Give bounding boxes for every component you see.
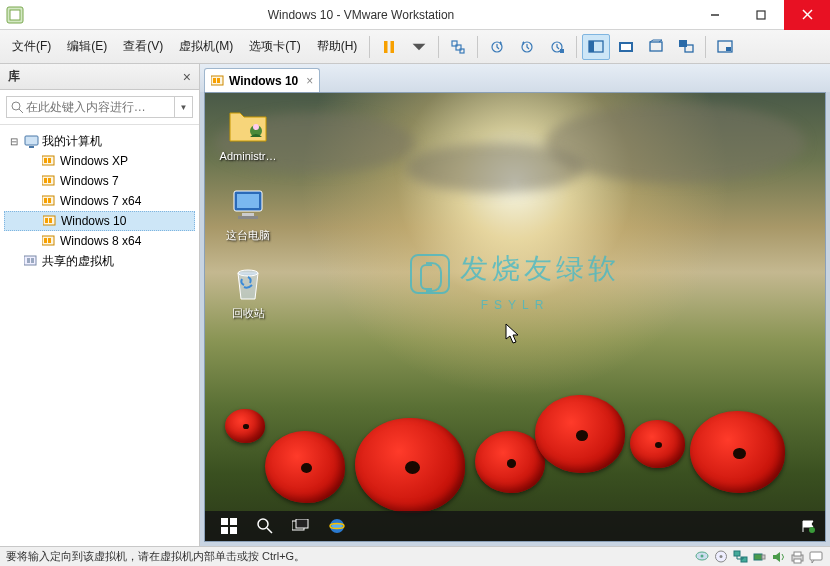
maximize-button[interactable] bbox=[738, 0, 784, 30]
svg-rect-59 bbox=[230, 527, 237, 534]
icon-label: 回收站 bbox=[232, 307, 265, 319]
folder-user-icon bbox=[228, 107, 268, 147]
guest-taskbar[interactable] bbox=[205, 511, 825, 541]
vm-icon bbox=[211, 75, 225, 87]
menu-tabs[interactable]: 选项卡(T) bbox=[241, 34, 308, 59]
view-unity-button[interactable] bbox=[642, 34, 670, 60]
svg-rect-73 bbox=[754, 554, 762, 560]
window-title: Windows 10 - VMware Workstation bbox=[30, 8, 692, 22]
computer-icon bbox=[23, 133, 39, 149]
svg-rect-58 bbox=[221, 527, 228, 534]
vm-display[interactable]: Administr… 这台电脑 回收站 发烧友绿软 FSYLR bbox=[204, 92, 826, 542]
svg-rect-54 bbox=[238, 216, 258, 219]
start-button[interactable] bbox=[211, 511, 247, 541]
minimize-button[interactable] bbox=[692, 0, 738, 30]
guest-desktop[interactable]: Administr… 这台电脑 回收站 发烧友绿软 FSYLR bbox=[205, 93, 825, 541]
library-search-dropdown[interactable]: ▼ bbox=[175, 96, 193, 118]
svg-rect-41 bbox=[44, 238, 47, 243]
svg-rect-33 bbox=[48, 178, 51, 183]
library-search-input[interactable] bbox=[26, 100, 170, 114]
tree-my-computer[interactable]: ⊟ 我的计算机 bbox=[4, 131, 195, 151]
icon-label: Administr… bbox=[220, 150, 277, 162]
watermark: 发烧友绿软 FSYLR bbox=[410, 250, 620, 312]
svg-rect-32 bbox=[44, 178, 47, 183]
svg-rect-3 bbox=[757, 11, 765, 19]
network-icon[interactable] bbox=[732, 549, 748, 565]
svg-rect-18 bbox=[621, 44, 631, 50]
snapshot-revert-button[interactable] bbox=[513, 34, 541, 60]
library-title: 库 bbox=[8, 68, 20, 85]
svg-rect-23 bbox=[726, 47, 731, 51]
svg-point-70 bbox=[719, 555, 722, 558]
svg-point-60 bbox=[258, 519, 268, 529]
tree-label: Windows XP bbox=[60, 154, 128, 168]
vm-icon bbox=[41, 233, 57, 249]
vm-tabs: Windows 10 × bbox=[200, 64, 830, 92]
svg-rect-1 bbox=[10, 10, 20, 20]
library-close-button[interactable]: × bbox=[183, 69, 191, 85]
cdrom-icon[interactable] bbox=[713, 549, 729, 565]
recycle-bin-icon bbox=[228, 263, 268, 303]
snapshot-button[interactable] bbox=[444, 34, 472, 60]
tree-vm[interactable]: Windows 7 bbox=[4, 171, 195, 191]
tree-shared-vms[interactable]: 共享的虚拟机 bbox=[4, 251, 195, 271]
library-header: 库 × bbox=[0, 64, 199, 90]
snapshot-manager-button[interactable] bbox=[543, 34, 571, 60]
view-thumbnail-button[interactable] bbox=[711, 34, 739, 60]
svg-rect-27 bbox=[29, 146, 34, 148]
tab-close-button[interactable]: × bbox=[306, 74, 313, 88]
message-icon[interactable] bbox=[808, 549, 824, 565]
printer-icon[interactable] bbox=[789, 549, 805, 565]
sound-icon[interactable] bbox=[770, 549, 786, 565]
svg-rect-76 bbox=[794, 552, 801, 556]
desktop-icon-admin[interactable]: Administr… bbox=[213, 107, 283, 162]
pause-button[interactable] bbox=[375, 34, 403, 60]
taskview-button[interactable] bbox=[283, 511, 319, 541]
desktop-icon-thispc[interactable]: 这台电脑 bbox=[213, 185, 283, 243]
menu-file[interactable]: 文件(F) bbox=[4, 34, 59, 59]
disk-icon[interactable] bbox=[694, 549, 710, 565]
vm-tab[interactable]: Windows 10 × bbox=[204, 68, 320, 92]
snapshot-take-button[interactable] bbox=[483, 34, 511, 60]
svg-point-66 bbox=[809, 527, 815, 533]
ie-button[interactable] bbox=[319, 511, 355, 541]
view-console-button[interactable] bbox=[582, 34, 610, 60]
tree-label: Windows 10 bbox=[61, 214, 126, 228]
menu-edit[interactable]: 编辑(E) bbox=[59, 34, 115, 59]
menu-vm[interactable]: 虚拟机(M) bbox=[171, 34, 241, 59]
power-dropdown[interactable] bbox=[405, 34, 433, 60]
svg-point-50 bbox=[253, 124, 259, 130]
usb-icon[interactable] bbox=[751, 549, 767, 565]
svg-rect-30 bbox=[48, 158, 51, 163]
menu-view[interactable]: 查看(V) bbox=[115, 34, 171, 59]
vm-icon bbox=[41, 193, 57, 209]
tree-vm[interactable]: Windows 8 x64 bbox=[4, 231, 195, 251]
close-button[interactable] bbox=[784, 0, 830, 30]
svg-rect-44 bbox=[27, 258, 30, 263]
statusbar: 要将输入定向到该虚拟机，请在虚拟机内部单击或按 Ctrl+G。 bbox=[0, 546, 830, 566]
vm-area: Windows 10 × bbox=[200, 64, 830, 546]
status-message: 要将输入定向到该虚拟机，请在虚拟机内部单击或按 Ctrl+G。 bbox=[6, 549, 305, 564]
window-titlebar: Windows 10 - VMware Workstation bbox=[0, 0, 830, 30]
svg-rect-42 bbox=[48, 238, 51, 243]
tree-vm[interactable]: Windows 7 x64 bbox=[4, 191, 195, 211]
tray-flag-icon[interactable] bbox=[801, 519, 815, 533]
collapse-icon[interactable]: ⊟ bbox=[8, 136, 20, 147]
view-multiple-button[interactable] bbox=[672, 34, 700, 60]
svg-rect-39 bbox=[49, 218, 52, 223]
view-fullscreen-button[interactable] bbox=[612, 34, 640, 60]
svg-rect-38 bbox=[45, 218, 48, 223]
tree-vm-selected[interactable]: Windows 10 bbox=[4, 211, 195, 231]
svg-rect-71 bbox=[734, 551, 740, 556]
desktop-icon-recycle[interactable]: 回收站 bbox=[213, 263, 283, 321]
library-search[interactable] bbox=[6, 96, 175, 118]
taskbar-search-button[interactable] bbox=[247, 511, 283, 541]
svg-rect-26 bbox=[25, 136, 38, 145]
menubar: 文件(F) 编辑(E) 查看(V) 虚拟机(M) 选项卡(T) 帮助(H) bbox=[0, 30, 830, 64]
svg-rect-47 bbox=[213, 78, 216, 83]
search-icon bbox=[11, 101, 23, 114]
svg-rect-78 bbox=[810, 552, 822, 560]
vm-icon bbox=[41, 153, 57, 169]
tree-vm[interactable]: Windows XP bbox=[4, 151, 195, 171]
menu-help[interactable]: 帮助(H) bbox=[309, 34, 366, 59]
